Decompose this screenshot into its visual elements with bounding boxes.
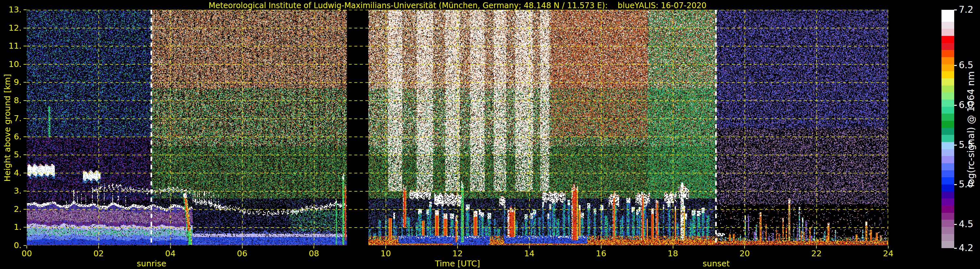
y-tick-label: 0. (0, 240, 22, 251)
sunrise-annotation: sunrise (137, 259, 166, 268)
x-tick-mark (98, 246, 99, 248)
colorbar-band (942, 107, 954, 114)
x-tick-mark (27, 246, 27, 248)
y-tick-mark (24, 46, 27, 46)
colorbar-tick-mark (954, 184, 957, 185)
colorbar-band (942, 192, 954, 199)
colorbar-band (942, 142, 954, 149)
colorbar-band (942, 36, 954, 43)
colorbar-band (942, 206, 954, 213)
colorbar-tick-mark (954, 10, 957, 10)
colorbar-band (942, 29, 954, 36)
colorbar-band (942, 78, 954, 86)
x-axis-label: Time [UTC] (435, 259, 480, 268)
colorbar-band (942, 135, 954, 142)
colorbar-band (942, 114, 954, 121)
colorbar-band (942, 128, 954, 135)
x-tick-mark (673, 246, 673, 248)
y-tick-label: 12. (0, 23, 22, 33)
x-tick-label: 14 (524, 249, 535, 258)
x-tick-label: 20 (739, 249, 750, 258)
y-tick-label: 3. (0, 186, 22, 196)
colorbar-label: log(rc-signal) @ 1064 nm (966, 71, 977, 187)
colorbar-band (942, 86, 954, 93)
colorbar-tick-mark (954, 224, 957, 225)
colorbar-tick-mark (954, 105, 957, 106)
colorbar-tick-mark (954, 65, 957, 66)
colorbar-band (942, 234, 954, 241)
y-tick-label: 7. (0, 113, 22, 124)
colorbar-band (942, 64, 954, 72)
y-tick-label: 4. (0, 168, 22, 178)
y-tick-mark (24, 209, 27, 210)
x-tick-label: 00 (22, 249, 32, 258)
x-tick-label: 12 (452, 249, 463, 258)
x-tick-mark (313, 246, 314, 248)
x-tick-label: 06 (237, 249, 248, 258)
x-tick-label: 02 (93, 249, 104, 258)
y-tick-mark (24, 173, 27, 173)
colorbar-band (942, 92, 954, 100)
colorbar-band (942, 149, 954, 156)
y-tick-mark (24, 118, 27, 119)
colorbar-band (942, 22, 954, 29)
y-tick-mark (24, 154, 27, 155)
lidar-quicklook-page: { "page": { "background": "#000000", "la… (0, 0, 980, 269)
x-tick-mark (888, 246, 889, 248)
y-tick-mark (24, 10, 27, 10)
y-tick-label: 11. (0, 41, 22, 51)
colorbar-tick-mark (954, 145, 957, 146)
y-tick-label: 9. (0, 77, 22, 88)
colorbar-band (942, 227, 954, 234)
y-tick-mark (24, 191, 27, 191)
plot-title: Meteorological Institute of Ludwig-Maxim… (209, 1, 707, 10)
colorbar-band (942, 177, 954, 185)
sunset-annotation: sunset (703, 259, 730, 268)
y-tick-label: 13. (0, 5, 22, 15)
y-tick-label: 8. (0, 96, 22, 106)
colorbar-band (942, 241, 954, 248)
y-tick-mark (24, 64, 27, 65)
y-tick-mark (24, 100, 27, 101)
colorbar-band (942, 71, 954, 78)
x-tick-label: 04 (165, 249, 176, 258)
colorbar-band (942, 156, 954, 163)
y-tick-mark (24, 227, 27, 228)
y-tick-mark (24, 28, 27, 29)
y-tick-mark (24, 245, 27, 246)
colorbar (942, 10, 954, 248)
x-tick-label: 24 (883, 249, 894, 258)
y-tick-mark (24, 82, 27, 83)
x-tick-mark (457, 246, 458, 248)
heatmap-canvas (27, 10, 888, 245)
y-axis-label: Height above ground [km] (3, 74, 13, 181)
x-tick-label: 08 (309, 249, 319, 258)
y-tick-label: 1. (0, 222, 22, 232)
x-tick-mark (242, 246, 243, 248)
x-tick-mark (529, 246, 530, 248)
colorbar-band (942, 213, 954, 220)
x-tick-mark (816, 246, 817, 248)
colorbar-label-wrap: log(rc-signal) @ 1064 nm (962, 10, 980, 248)
colorbar-band (942, 220, 954, 227)
y-tick-mark (24, 137, 27, 137)
x-tick-mark (170, 246, 171, 248)
x-tick-mark (744, 246, 745, 248)
colorbar-band (942, 170, 954, 178)
colorbar-band (942, 43, 954, 50)
colorbar-band (942, 10, 954, 22)
x-tick-label: 16 (596, 249, 606, 258)
colorbar-band (942, 163, 954, 170)
colorbar-band (942, 50, 954, 57)
x-tick-label: 18 (668, 249, 678, 258)
x-tick-mark (385, 246, 386, 248)
y-tick-label: 6. (0, 132, 22, 142)
y-tick-label: 2. (0, 204, 22, 215)
x-tick-mark (601, 246, 601, 248)
colorbar-band (942, 185, 954, 192)
colorbar-band (942, 57, 954, 64)
y-tick-label: 10. (0, 59, 22, 70)
colorbar-tick-mark (954, 248, 957, 249)
y-tick-label: 5. (0, 150, 22, 160)
colorbar-band (942, 100, 954, 107)
